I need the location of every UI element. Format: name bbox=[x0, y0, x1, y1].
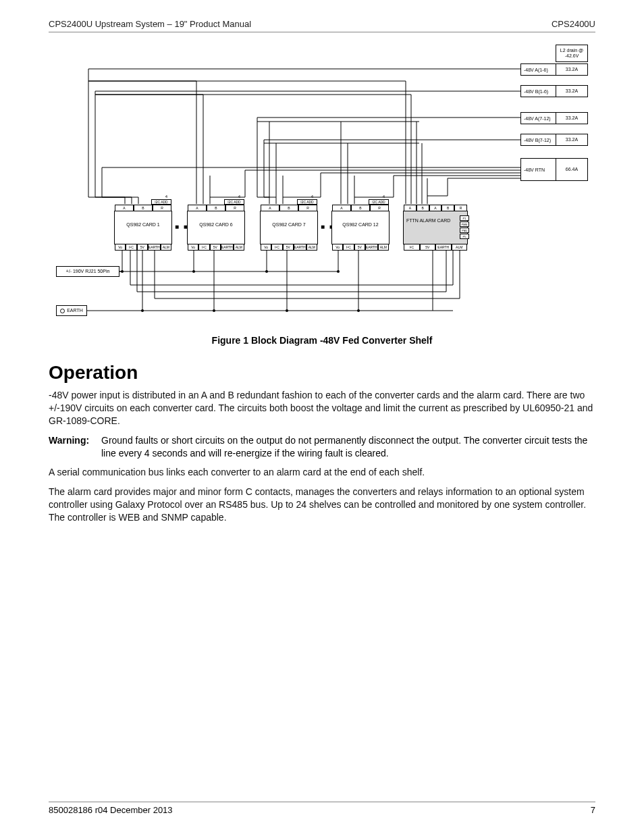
tab-r: R bbox=[225, 205, 244, 211]
warning-block: Warning: Ground faults or short circuits… bbox=[49, 434, 595, 460]
rj21-box: +/- 190V RJ21 50Pin bbox=[56, 266, 119, 277]
tab-b: B bbox=[351, 205, 370, 211]
tab-a: A bbox=[115, 205, 134, 211]
svg-point-6 bbox=[265, 270, 268, 273]
i2c-n: 4 bbox=[383, 194, 385, 199]
card-name: QS982 CARD 6 bbox=[188, 222, 244, 227]
warning-label: Warning: bbox=[49, 434, 101, 460]
tab-r: R bbox=[370, 205, 389, 211]
tab-b2: B bbox=[441, 205, 454, 211]
tab-a: A bbox=[332, 205, 351, 211]
port: PMN bbox=[460, 221, 469, 227]
tab-b: B bbox=[134, 205, 153, 211]
svg-point-0 bbox=[141, 309, 144, 312]
svg-point-7 bbox=[337, 270, 340, 273]
terminal-amps-3: 33.2A bbox=[556, 134, 588, 146]
terminal-amps-1: 33.2A bbox=[556, 85, 588, 97]
alarm-card: A B A B R FTTN ALARM CARD P1 PMN PMJ P5 … bbox=[403, 211, 468, 244]
i2c-add: I2C ADD bbox=[297, 199, 317, 205]
tab-alm: ALM bbox=[234, 244, 244, 251]
card-12: 4 I2C ADD A B R QS982 CARD 12 Vo I²C 5V … bbox=[331, 211, 390, 244]
i2c-add: I2C ADD bbox=[369, 199, 389, 205]
paragraph-1: -48V power input is distributed in an A … bbox=[49, 389, 595, 427]
wiring-svg bbox=[55, 42, 589, 323]
svg-point-5 bbox=[192, 270, 195, 273]
tab-5v: 5V bbox=[420, 244, 436, 251]
svg-point-1 bbox=[213, 309, 215, 312]
tab-vo: Vo bbox=[188, 244, 198, 251]
tab-5v: 5V bbox=[210, 244, 221, 251]
tab-a: A bbox=[261, 205, 279, 211]
header-left: CPS2400U Upstream System – 19" Product M… bbox=[49, 19, 251, 29]
figure-wrap: L2 drain @ -42.6V -48V A(1-6) 33.2A -48V… bbox=[49, 42, 595, 323]
port: P5 bbox=[460, 234, 469, 239]
earth-label: EARTH bbox=[67, 308, 83, 313]
alarm-ports: P1 PMN PMJ P5 bbox=[460, 215, 469, 239]
tab-earth: EARTH bbox=[294, 244, 306, 251]
footer-right: 7 bbox=[591, 805, 595, 815]
warning-body: Ground faults or short circuits on the o… bbox=[101, 434, 595, 460]
tab-earth: EARTH bbox=[435, 244, 452, 251]
tab-r: R bbox=[454, 205, 467, 211]
tab-r: R bbox=[298, 205, 317, 211]
tab-b: B bbox=[207, 205, 225, 211]
terminal-amps-2: 33.2A bbox=[556, 112, 588, 124]
tab-b: B bbox=[417, 205, 429, 211]
tab-i2c: I²C bbox=[198, 244, 209, 251]
tab-alm: ALM bbox=[378, 244, 389, 251]
i2c-add: I2C ADD bbox=[151, 199, 171, 205]
tab-5v: 5V bbox=[354, 244, 365, 251]
paragraph-2: A serial communication bus links each co… bbox=[49, 466, 595, 479]
tab-a: A bbox=[404, 205, 417, 211]
i2c-add: I2C ADD bbox=[224, 199, 244, 205]
svg-point-2 bbox=[286, 309, 288, 312]
page-footer: 850028186 r04 December 2013 7 bbox=[49, 802, 595, 815]
tab-b: B bbox=[279, 205, 298, 211]
tab-a2: A bbox=[429, 205, 442, 211]
tab-earth: EARTH bbox=[148, 244, 161, 251]
port: P1 bbox=[460, 215, 469, 221]
tab-i2c: I²C bbox=[404, 244, 420, 251]
card-7: 4 I2C ADD A B R QS982 CARD 7 Vo I²C 5V E… bbox=[260, 211, 318, 244]
card-6: 4 I2C ADD A B R QS982 CARD 6 Vo I²C 5V E… bbox=[187, 211, 245, 244]
tab-vo: Vo bbox=[115, 244, 126, 251]
block-diagram: L2 drain @ -42.6V -48V A(1-6) 33.2A -48V… bbox=[55, 42, 589, 323]
tab-earth: EARTH bbox=[365, 244, 378, 251]
i2c-n: 4 bbox=[238, 194, 240, 199]
page-header: CPS2400U Upstream System – 19" Product M… bbox=[49, 19, 595, 32]
terminal-amps-4: 66.4A bbox=[556, 158, 588, 181]
card-name: QS982 CARD 12 bbox=[332, 222, 389, 227]
terminal-amps-0: 33.2A bbox=[556, 63, 588, 76]
svg-point-4 bbox=[121, 270, 124, 273]
screw-icon bbox=[60, 309, 65, 313]
card-name: FTTN ALARM CARD bbox=[406, 218, 454, 224]
earth-box: EARTH bbox=[56, 305, 87, 316]
tab-5v: 5V bbox=[137, 244, 148, 251]
tab-vo: Vo bbox=[332, 244, 343, 251]
i2c-n: 4 bbox=[311, 194, 313, 199]
card-name: QS982 CARD 1 bbox=[115, 222, 171, 227]
tab-5v: 5V bbox=[283, 244, 294, 251]
port: PMJ bbox=[460, 228, 469, 233]
tab-a: A bbox=[188, 205, 207, 211]
tab-i2c: I²C bbox=[126, 244, 136, 251]
tab-earth: EARTH bbox=[221, 244, 234, 251]
tab-alm: ALM bbox=[161, 244, 171, 251]
tab-alm: ALM bbox=[452, 244, 468, 251]
section-heading-operation: Operation bbox=[49, 362, 595, 384]
card-name: QS982 CARD 7 bbox=[261, 222, 317, 227]
footer-left: 850028186 r04 December 2013 bbox=[49, 805, 173, 815]
header-right: CPS2400U bbox=[552, 19, 595, 29]
figure-caption: Figure 1 Block Diagram -48V Fed Converte… bbox=[49, 335, 595, 346]
terminal-header: L2 drain @ -42.6V bbox=[556, 45, 588, 62]
tab-i2c: I²C bbox=[271, 244, 282, 251]
i2c-n: 4 bbox=[165, 194, 167, 199]
svg-point-3 bbox=[357, 309, 360, 312]
paragraph-3: The alarm card provides major and minor … bbox=[49, 486, 595, 524]
tab-alm: ALM bbox=[306, 244, 317, 251]
card-1: 4 I2C ADD A B R QS982 CARD 1 Vo I²C 5V E… bbox=[114, 211, 172, 244]
tab-vo: Vo bbox=[261, 244, 271, 251]
tab-i2c: I²C bbox=[343, 244, 354, 251]
tab-r: R bbox=[153, 205, 171, 211]
